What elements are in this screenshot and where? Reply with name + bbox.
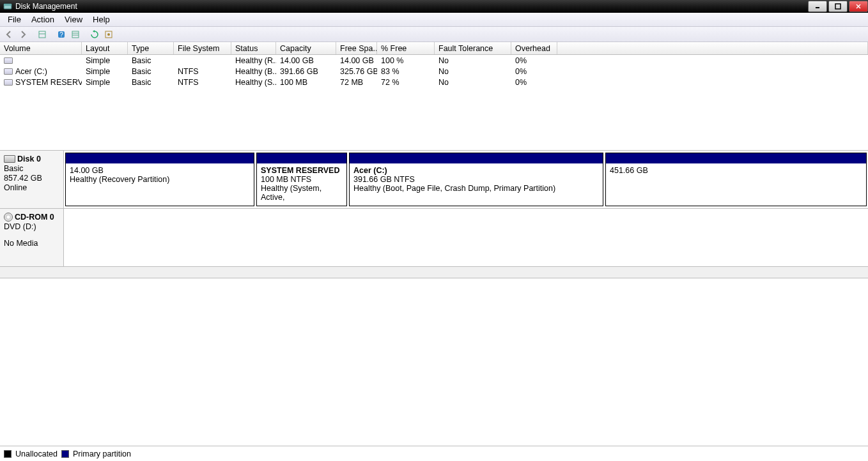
partition-c[interactable]: Acer (C:) 391.66 GB NTFS Healthy (Boot, … [349, 153, 603, 206]
toolbar: ? [0, 27, 868, 42]
app-icon [3, 1, 13, 11]
refresh-icon[interactable] [88, 28, 101, 41]
volume-row[interactable]: Acer (C:) Simple Basic NTFS Healthy (B..… [0, 66, 868, 77]
disk-row-cdrom: CD-ROM 0 DVD (D:) No Media [0, 209, 868, 267]
col-overhead[interactable]: Overhead [511, 42, 557, 54]
col-fs[interactable]: File System [174, 42, 231, 54]
volume-icon [4, 68, 13, 75]
partition-size: 14.00 GB [70, 166, 250, 175]
close-button[interactable] [849, 1, 868, 12]
svg-rect-3 [835, 4, 841, 9]
cell-capacity: 100 MB [276, 77, 336, 87]
partition-sizefs: 391.66 GB NTFS [353, 175, 599, 184]
disk-row-0: Disk 0 Basic 857.42 GB Online 14.00 GB H… [0, 151, 868, 209]
legend-unallocated: Unallocated [15, 450, 58, 458]
col-fault[interactable]: Fault Tolerance [435, 42, 511, 54]
cell-pfree: 83 % [377, 66, 435, 77]
cell-free: 14.00 GB [336, 55, 377, 66]
cell-pfree: 100 % [377, 55, 435, 66]
col-status[interactable]: Status [231, 42, 276, 54]
minimize-button[interactable] [808, 1, 827, 12]
cell-fault: No [435, 77, 511, 87]
toolbar-list-icon[interactable] [69, 28, 82, 41]
partition-unallocated[interactable]: 451.66 GB [605, 153, 867, 206]
cell-free: 72 MB [336, 77, 377, 87]
nav-forward-icon[interactable] [17, 28, 29, 41]
cell-fault: No [435, 55, 511, 66]
col-pfree[interactable]: % Free [377, 42, 435, 54]
volume-name: SYSTEM RESERVED [15, 78, 82, 87]
nav-back-icon[interactable] [3, 28, 15, 41]
menubar: File Action View Help [0, 13, 868, 27]
hdd-icon [4, 155, 15, 163]
partition-status: Healthy (Boot, Page File, Crash Dump, Pr… [353, 184, 599, 193]
cell-layout: Simple [82, 66, 128, 77]
cell-type: Basic [128, 77, 174, 87]
toolbar-panel-icon[interactable] [36, 28, 49, 41]
cell-overhead: 0% [511, 66, 557, 77]
cell-overhead: 0% [511, 55, 557, 66]
help-icon[interactable]: ? [55, 28, 68, 41]
svg-point-14 [107, 33, 110, 36]
cell-type: Basic [128, 66, 174, 77]
svg-rect-6 [39, 31, 45, 38]
svg-rect-1 [4, 4, 12, 6]
menu-file[interactable]: File [3, 13, 26, 26]
cell-layout: Simple [82, 55, 128, 66]
cell-fs: NTFS [174, 77, 231, 87]
partition-title: SYSTEM RESERVED [261, 166, 343, 175]
cell-capacity: 391.66 GB [276, 66, 336, 77]
volume-list: Volume Layout Type File System Status Ca… [0, 42, 868, 151]
volume-icon [4, 57, 13, 64]
window-controls [807, 0, 868, 13]
cell-capacity: 14.00 GB [276, 55, 336, 66]
cdrom-icon [4, 213, 13, 222]
settings-icon[interactable] [102, 28, 115, 41]
cell-pfree: 72 % [377, 77, 435, 87]
partition-sizefs: 100 MB NTFS [261, 175, 343, 184]
partition-title: Acer (C:) [353, 166, 599, 175]
cell-fs: NTFS [174, 66, 231, 77]
volume-name: Acer (C:) [15, 67, 47, 76]
disk-status: Online [4, 183, 59, 192]
window-title: Disk Management [15, 2, 77, 11]
partition-status: Healthy (System, Active, [261, 184, 343, 202]
col-layout[interactable]: Layout [82, 42, 128, 54]
maximize-button[interactable] [828, 1, 848, 12]
cell-status: Healthy (R... [231, 55, 276, 66]
cell-overhead: 0% [511, 77, 557, 87]
partition-status: Healthy (Recovery Partition) [70, 175, 250, 184]
legend-primary: Primary partition [73, 450, 131, 458]
volume-row[interactable]: SYSTEM RESERVED Simple Basic NTFS Health… [0, 77, 868, 87]
disk-type: DVD (D:) [4, 222, 59, 231]
volume-row[interactable]: Simple Basic Healthy (R... 14.00 GB 14.0… [0, 55, 868, 66]
legend-bar: Unallocated Primary partition [0, 446, 868, 461]
cell-status: Healthy (S... [231, 77, 276, 87]
volume-icon [4, 79, 13, 86]
disk-status: No Media [4, 239, 59, 248]
disk-size: 857.42 GB [4, 174, 59, 183]
menu-view[interactable]: View [59, 13, 88, 26]
cell-status: Healthy (B... [231, 66, 276, 77]
cell-fault: No [435, 66, 511, 77]
disk-label[interactable]: Disk 0 Basic 857.42 GB Online [0, 151, 64, 208]
col-capacity[interactable]: Capacity [276, 42, 336, 54]
menu-help[interactable]: Help [88, 13, 115, 26]
swatch-unallocated [4, 450, 12, 458]
col-free[interactable]: Free Spa... [336, 42, 377, 54]
cell-layout: Simple [82, 77, 128, 87]
titlebar: Disk Management [0, 0, 868, 13]
swatch-primary [61, 450, 69, 458]
partition-system-reserved[interactable]: SYSTEM RESERVED 100 MB NTFS Healthy (Sys… [256, 153, 347, 206]
volume-list-header: Volume Layout Type File System Status Ca… [0, 42, 868, 55]
disk-label[interactable]: CD-ROM 0 DVD (D:) No Media [0, 209, 64, 266]
partition-recovery[interactable]: 14.00 GB Healthy (Recovery Partition) [65, 153, 254, 206]
disk-title: Disk 0 [17, 155, 41, 163]
col-type[interactable]: Type [128, 42, 174, 54]
disk-graphical-view: Disk 0 Basic 857.42 GB Online 14.00 GB H… [0, 151, 868, 278]
cell-free: 325.76 GB [336, 66, 377, 77]
menu-action[interactable]: Action [26, 13, 59, 26]
cell-fs [174, 55, 231, 66]
disk-title: CD-ROM 0 [15, 213, 54, 222]
col-volume[interactable]: Volume [0, 42, 82, 54]
